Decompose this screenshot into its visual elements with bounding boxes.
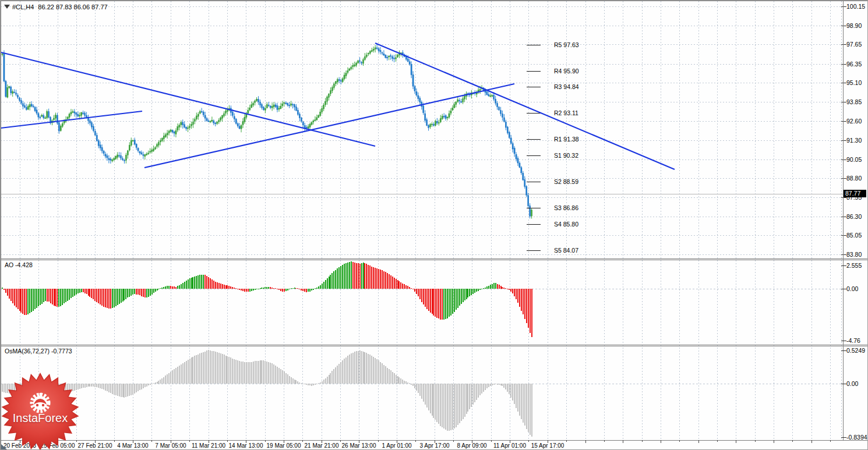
price-axis-label: 100.15 (846, 3, 865, 10)
indicator-axis-label: 2.555 (846, 263, 862, 269)
chevron-down-icon[interactable] (4, 5, 10, 9)
price-axis-label: 98.90 (846, 23, 862, 29)
osma-indicator-label: OsMA(36,72,27) -0.7773 (5, 348, 72, 355)
sr-level-label: R5 97.63 (554, 42, 579, 48)
time-axis-label: 11 Mar 21:00 (192, 442, 225, 449)
time-axis-label: 27 Feb 21:00 (78, 442, 112, 449)
price-axis-label: 91.30 (846, 137, 862, 144)
indicator-axis-label: 0.5249 (846, 348, 865, 354)
time-axis-label: 4 Mar 13:00 (117, 442, 148, 449)
symbol-name: #CL,H4 (12, 3, 34, 10)
sr-level-label: S1 90.32 (554, 153, 578, 159)
sr-level-label: R2 93.11 (554, 110, 578, 116)
price-axis-label: 92.60 (846, 118, 862, 125)
mt4-chart-window: #CL,H4 86.22 87.83 86.06 87.77 AO -4.428… (0, 0, 868, 450)
time-axis-label: 20 Feb 2013 (3, 442, 36, 449)
time-axis-label: 19 Mar 05:00 (267, 442, 301, 449)
price-axis-label: 93.85 (846, 99, 862, 105)
indicator-axis-label: 0.00 (846, 286, 858, 292)
time-axis-label: 11 Apr 01:00 (493, 442, 526, 449)
time-axis-label: 8 Apr 09:00 (457, 442, 486, 449)
time-axis-label: 3 Apr 17:00 (419, 442, 449, 449)
time-axis-label: 25 Feb 05:00 (41, 442, 75, 449)
price-axis-label: 95.10 (846, 80, 862, 86)
sr-level-label: S5 84.07 (554, 247, 578, 254)
indicator-axis-label: -0.8394 (846, 434, 867, 441)
time-axis-label: 15 Apr 17:00 (531, 442, 564, 449)
time-axis-label: 26 Mar 13:00 (342, 442, 376, 449)
instaforex-watermark-text: InstaForex (1, 412, 80, 425)
sr-level-label: S2 88.59 (554, 179, 578, 185)
sr-level-label: R1 91.38 (554, 136, 579, 143)
price-axis-label: 96.35 (846, 61, 862, 68)
indicator-axis-label: 0.00 (846, 381, 858, 387)
price-axis-label: 86.30 (846, 214, 862, 220)
sr-level-label: R4 95.90 (554, 68, 579, 75)
price-axis-label: 88.80 (846, 175, 862, 182)
symbol-ohlc: 86.22 87.83 86.06 87.77 (38, 3, 107, 10)
chart-canvas[interactable] (1, 1, 868, 450)
ao-indicator-label: AO -4.428 (5, 262, 33, 268)
time-axis-label: 14 Mar 13:00 (229, 442, 263, 449)
sr-level-label: R3 94.84 (554, 84, 579, 90)
price-axis-label: 85.05 (846, 232, 862, 239)
current-price-tag: 87.77 (844, 190, 866, 197)
time-axis-label: 21 Mar 21:00 (305, 442, 339, 449)
price-axis-label: 97.65 (846, 41, 862, 48)
sr-level-label: S4 85.80 (554, 221, 578, 228)
price-axis-label: 90.05 (846, 157, 862, 163)
sr-level-label: S3 86.86 (554, 205, 578, 211)
time-axis-label: 1 Apr 01:00 (382, 442, 411, 449)
indicator-axis-label: -4.76 (846, 338, 860, 344)
time-axis-label: 7 Mar 05:00 (155, 442, 186, 449)
price-axis-label: 83.80 (846, 251, 862, 258)
symbol-title: #CL,H4 86.22 87.83 86.06 87.77 (12, 3, 110, 10)
